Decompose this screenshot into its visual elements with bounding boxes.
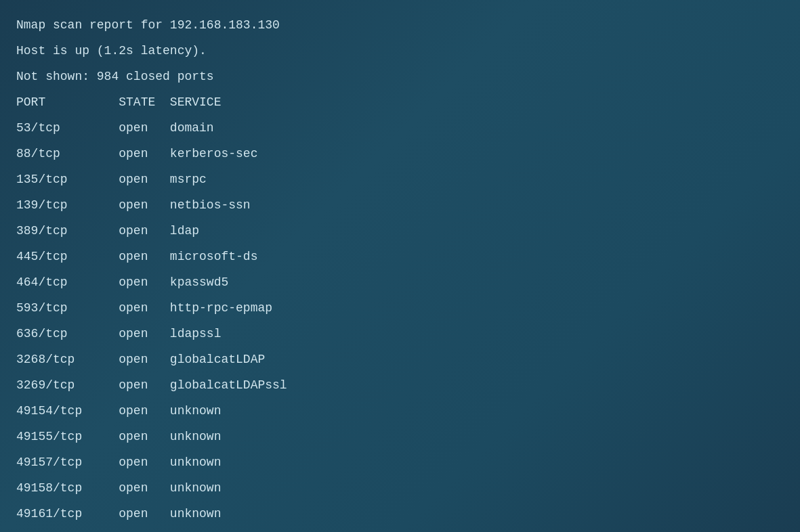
terminal-line-port-53: 53/tcp open domain (16, 115, 784, 141)
terminal-line-not-shown: Not shown: 984 closed ports (16, 64, 784, 89)
terminal-line-port-49158: 49158/tcp open unknown (16, 475, 784, 501)
terminal-line-scan-report: Nmap scan report for 192.168.183.130 (16, 12, 784, 38)
terminal-line-port-49157: 49157/tcp open unknown (16, 449, 784, 475)
terminal-line-col-header: PORT STATE SERVICE (16, 89, 784, 115)
terminal-line-port-139: 139/tcp open netbios-ssn (16, 192, 784, 218)
terminal-line-port-49155: 49155/tcp open unknown (16, 424, 784, 449)
terminal-line-port-445: 445/tcp open microsoft-ds (16, 244, 784, 269)
terminal-line-port-593: 593/tcp open http-rpc-epmap (16, 295, 784, 321)
terminal-line-port-3268: 3268/tcp open globalcatLDAP (16, 347, 784, 372)
terminal-line-port-88: 88/tcp open kerberos-sec (16, 141, 784, 167)
terminal-output: Nmap scan report for 192.168.183.130Host… (16, 12, 784, 527)
terminal-line-port-636: 636/tcp open ldapssl (16, 321, 784, 347)
terminal-line-port-3269: 3269/tcp open globalcatLDAPssl (16, 372, 784, 398)
terminal-line-port-49154: 49154/tcp open unknown (16, 398, 784, 424)
terminal-line-port-49161: 49161/tcp open unknown (16, 501, 784, 527)
terminal-line-port-389: 389/tcp open ldap (16, 218, 784, 244)
terminal-line-host-up: Host is up (1.2s latency). (16, 38, 784, 64)
terminal-line-port-135: 135/tcp open msrpc (16, 167, 784, 192)
terminal-line-port-464: 464/tcp open kpasswd5 (16, 269, 784, 295)
